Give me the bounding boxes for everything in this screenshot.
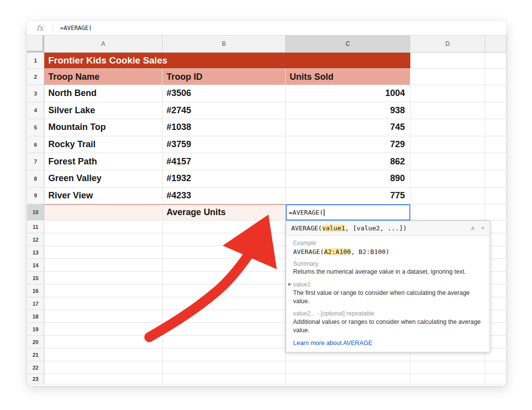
row-number[interactable]: 14 bbox=[27, 259, 44, 272]
row-number[interactable]: 1 bbox=[27, 53, 44, 69]
cell-sheet-title[interactable]: Frontier Kids Cookie Sales bbox=[44, 53, 410, 69]
formula-help-badge[interactable]: ? bbox=[286, 204, 286, 213]
row-number[interactable]: 18 bbox=[27, 310, 44, 323]
cell-empty-footer[interactable] bbox=[44, 204, 163, 221]
cell-empty[interactable] bbox=[485, 102, 506, 120]
row-number[interactable]: 5 bbox=[27, 119, 44, 136]
cell-units-sold[interactable]: 890 bbox=[286, 170, 410, 188]
cell-empty[interactable] bbox=[410, 361, 485, 374]
row-number[interactable]: 11 bbox=[27, 221, 44, 233]
cell-troop-id[interactable]: #3759 bbox=[163, 136, 286, 154]
cell-empty[interactable] bbox=[410, 153, 485, 170]
cell-empty[interactable] bbox=[163, 361, 286, 374]
formula-input[interactable]: =AVERAGE( bbox=[53, 25, 506, 32]
cell-column-title[interactable]: Troop Name bbox=[44, 69, 163, 85]
cell-empty[interactable] bbox=[163, 221, 286, 233]
row-number[interactable]: 7 bbox=[27, 153, 44, 170]
column-header-C[interactable]: C bbox=[286, 35, 410, 53]
cell-troop-name[interactable]: Rocky Trail bbox=[44, 136, 163, 154]
row-number[interactable]: 12 bbox=[27, 233, 44, 246]
column-header-A[interactable]: A bbox=[44, 35, 163, 53]
cell-empty[interactable] bbox=[44, 297, 163, 310]
cell-empty[interactable] bbox=[410, 69, 485, 85]
cell-empty[interactable] bbox=[44, 374, 163, 384]
row-number[interactable]: 19 bbox=[27, 323, 44, 336]
cell-empty[interactable] bbox=[163, 284, 286, 297]
row-number[interactable]: 9 bbox=[27, 188, 44, 205]
cell-units-sold[interactable]: 862 bbox=[286, 153, 410, 170]
cell-empty[interactable] bbox=[410, 53, 485, 69]
cell-empty[interactable] bbox=[485, 170, 506, 188]
cell-empty[interactable] bbox=[163, 374, 286, 384]
cell-troop-name[interactable]: Silver Lake bbox=[44, 102, 163, 120]
cell-empty[interactable] bbox=[44, 361, 163, 374]
cell-empty[interactable] bbox=[44, 246, 163, 259]
cell-column-title[interactable]: Units Sold bbox=[286, 69, 410, 85]
cell-units-sold[interactable]: 729 bbox=[286, 136, 410, 154]
cell-column-title[interactable]: Troop ID bbox=[163, 69, 286, 85]
row-number[interactable]: 8 bbox=[27, 170, 44, 188]
cell-empty[interactable] bbox=[485, 69, 506, 85]
row-number[interactable]: 17 bbox=[27, 297, 44, 310]
cell-empty[interactable] bbox=[44, 259, 163, 272]
cell-troop-name[interactable]: Forest Path bbox=[44, 153, 163, 170]
row-number[interactable]: 13 bbox=[27, 246, 44, 259]
row-number[interactable]: 2 bbox=[27, 69, 44, 85]
cell-empty[interactable] bbox=[485, 374, 506, 384]
collapse-icon[interactable]: ∧ bbox=[470, 225, 475, 231]
cell-empty[interactable] bbox=[44, 221, 163, 233]
cell-empty[interactable] bbox=[485, 85, 506, 102]
row-number[interactable]: 20 bbox=[27, 336, 44, 348]
cell-empty[interactable] bbox=[44, 336, 163, 348]
cell-empty[interactable] bbox=[410, 170, 485, 188]
row-number[interactable]: 10 bbox=[27, 204, 44, 221]
cell-empty[interactable] bbox=[163, 297, 286, 310]
row-number[interactable]: 21 bbox=[27, 348, 44, 361]
cell-units-sold[interactable]: 775 bbox=[286, 188, 410, 205]
cell-troop-id[interactable]: #4233 bbox=[163, 188, 286, 205]
cell-empty[interactable] bbox=[44, 310, 163, 323]
cell-empty[interactable] bbox=[163, 246, 286, 259]
cell-average-label[interactable]: Average Units bbox=[163, 204, 286, 221]
cell-empty[interactable] bbox=[44, 233, 163, 246]
cell-troop-id[interactable]: #1932 bbox=[163, 170, 286, 188]
cell-empty[interactable] bbox=[485, 204, 506, 221]
cell-empty[interactable] bbox=[410, 102, 485, 120]
column-header-B[interactable]: B bbox=[163, 35, 286, 53]
learn-more-link[interactable]: Learn more about AVERAGE bbox=[293, 340, 372, 347]
cell-empty[interactable] bbox=[163, 233, 286, 246]
cell-empty[interactable] bbox=[410, 136, 485, 154]
cell-empty[interactable] bbox=[485, 361, 506, 374]
cell-empty[interactable] bbox=[286, 361, 410, 374]
column-header-D[interactable]: D bbox=[410, 35, 485, 53]
cell-empty[interactable] bbox=[163, 272, 286, 284]
row-number[interactable]: 16 bbox=[27, 284, 44, 297]
column-header-partial[interactable] bbox=[485, 35, 506, 53]
cell-troop-name[interactable]: Green Valley bbox=[44, 170, 163, 188]
cell-empty[interactable] bbox=[410, 85, 485, 102]
cell-empty[interactable] bbox=[163, 323, 286, 336]
cell-empty[interactable] bbox=[44, 348, 163, 361]
cell-troop-name[interactable]: North Bend bbox=[44, 85, 163, 102]
row-number[interactable]: 15 bbox=[27, 272, 44, 284]
cell-empty[interactable] bbox=[163, 259, 286, 272]
cell-empty[interactable] bbox=[485, 136, 506, 154]
row-number[interactable]: 22 bbox=[27, 361, 44, 374]
row-number[interactable]: 6 bbox=[27, 136, 44, 154]
cell-troop-id[interactable]: #4157 bbox=[163, 153, 286, 170]
cell-troop-name[interactable]: Mountain Top bbox=[44, 119, 163, 136]
cell-empty[interactable] bbox=[410, 204, 485, 221]
cell-empty[interactable] bbox=[410, 374, 485, 384]
cell-empty[interactable] bbox=[163, 336, 286, 348]
cell-empty[interactable] bbox=[44, 272, 163, 284]
cell-troop-id[interactable]: #2745 bbox=[163, 102, 286, 120]
cell-empty[interactable] bbox=[485, 188, 506, 205]
cell-empty[interactable] bbox=[163, 310, 286, 323]
close-icon[interactable]: × bbox=[481, 225, 485, 231]
cell-empty[interactable] bbox=[44, 284, 163, 297]
cell-units-sold[interactable]: 938 bbox=[286, 102, 410, 120]
cell-units-sold[interactable]: 1004 bbox=[286, 85, 410, 102]
cell-empty[interactable] bbox=[286, 374, 410, 384]
cell-troop-id[interactable]: #1038 bbox=[163, 119, 286, 136]
cell-empty[interactable] bbox=[485, 153, 506, 170]
